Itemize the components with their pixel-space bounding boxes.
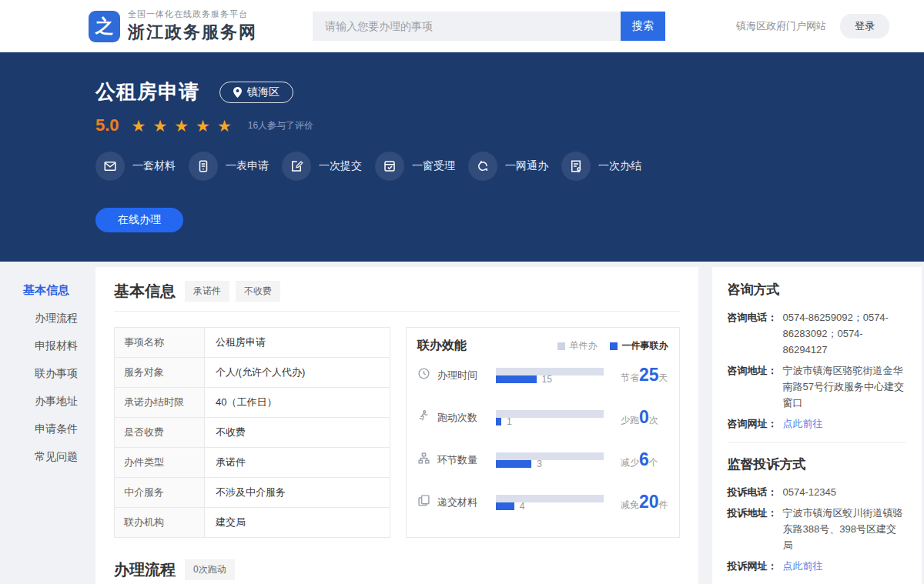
location-pin-icon xyxy=(233,87,242,98)
process-title: 办理流程 xyxy=(114,559,176,580)
bar-single xyxy=(496,410,604,418)
sitemap-icon xyxy=(417,452,431,468)
complaint-web-link[interactable]: 点此前往 xyxy=(783,558,906,574)
benefit-prefix: 少跑 xyxy=(621,415,639,425)
rating-participants: 16人参与了评价 xyxy=(248,119,313,132)
bar-single xyxy=(496,452,604,460)
chart-row-label: 环节数量 xyxy=(437,453,485,467)
top-header: 之 全国一体化在线政务服务平台 浙江政务服务网 搜索 镇海区政府门户网站 登录 xyxy=(0,0,924,52)
row-label: 投诉地址： xyxy=(728,505,783,553)
benefit-prefix: 节省 xyxy=(621,372,639,383)
free-badge: 不收费 xyxy=(236,281,280,302)
login-button[interactable]: 登录 xyxy=(840,14,889,38)
table-row: 承诺办结时限40（工作日） xyxy=(115,388,390,418)
network-icon xyxy=(468,152,497,181)
row-label: 事项名称 xyxy=(115,328,205,357)
contact-card: 咨询方式 咨询电话： 0574-86259092；0574-86283092；0… xyxy=(712,267,922,584)
sidebar-item-address[interactable]: 办事地址 xyxy=(0,394,95,408)
table-row: 中介服务不涉及中介服务 xyxy=(115,478,390,508)
feature-label: 一网通办 xyxy=(505,159,548,173)
benefit-value: 0 xyxy=(639,407,649,427)
basic-info-title: 基本信息 xyxy=(114,281,176,302)
consult-title: 咨询方式 xyxy=(728,281,906,299)
benefit-unit: 天 xyxy=(659,372,668,383)
row-label: 办件类型 xyxy=(115,448,205,477)
online-apply-button[interactable]: 在线办理 xyxy=(95,208,183,232)
bar-value: 15 xyxy=(542,375,552,383)
feature-label: 一表申请 xyxy=(226,159,269,173)
certificate-icon xyxy=(561,152,591,181)
site-logo-icon[interactable]: 之 xyxy=(89,11,120,42)
row-label: 咨询地址： xyxy=(728,362,783,411)
platform-subtitle: 全国一体化在线政务服务平台 xyxy=(128,8,257,20)
consult-address-row: 咨询地址： 宁波市镇海区骆驼街道金华南路57号行政服务中心建交窗口 xyxy=(728,362,906,411)
consult-phone-row: 咨询电话： 0574-86259092；0574-86283092；0574-8… xyxy=(728,309,906,358)
bar-joint xyxy=(496,418,501,425)
row-value: 40（工作日） xyxy=(205,388,390,417)
sidebar-item-basic-info[interactable]: 基本信息 xyxy=(0,283,95,297)
row-label: 咨询网址： xyxy=(728,415,783,432)
feature-label: 一次办结 xyxy=(598,159,641,173)
sidebar-item-joint-items[interactable]: 联办事项 xyxy=(0,366,95,380)
district-badge[interactable]: 镇海区 xyxy=(219,82,293,103)
table-row: 是否收费不收费 xyxy=(115,418,390,448)
portal-site-link[interactable]: 镇海区政府门户网站 xyxy=(736,19,826,33)
table-row: 事项名称公租房申请 xyxy=(115,328,390,358)
benefit-value: 25 xyxy=(639,365,659,385)
chart-row-trips: 跑动次数 1 少跑0次 xyxy=(417,396,668,439)
district-badge-label: 镇海区 xyxy=(247,85,280,99)
benefit-unit: 件 xyxy=(659,499,668,510)
sidebar-item-process[interactable]: 办理流程 xyxy=(0,311,95,325)
search-input[interactable] xyxy=(313,12,621,41)
benefit-unit: 个 xyxy=(649,457,658,468)
row-label: 投诉网址： xyxy=(728,558,783,574)
complaint-title: 监督投诉方式 xyxy=(728,456,906,473)
basic-info-card: 基本信息 承诺件 不收费 事项名称公租房申请 服务对象个人/(允许个人代办) 承… xyxy=(95,267,698,584)
row-label: 咨询电话： xyxy=(728,309,783,358)
feature-list: 一套材料 一表申请 一次提交 一窗受理 一网通办 xyxy=(95,152,924,181)
table-row: 服务对象个人/(允许个人代办) xyxy=(115,358,390,388)
legend-swatch-single xyxy=(557,342,565,350)
legend-label: 单件办 xyxy=(570,339,598,352)
basic-info-table: 事项名称公租房申请 服务对象个人/(允许个人代办) 承诺办结时限40（工作日） … xyxy=(114,327,390,538)
row-label: 联办机构 xyxy=(115,508,205,537)
row-label: 是否收费 xyxy=(115,418,205,447)
bar-value: 1 xyxy=(507,418,512,425)
search-bar: 搜索 xyxy=(313,12,665,41)
table-row: 办件类型承诺件 xyxy=(115,448,390,478)
row-value: 公租房申请 xyxy=(205,328,390,357)
section-nav: 基本信息 办理流程 申报材料 联办事项 办事地址 申请条件 常见问题 xyxy=(0,262,95,477)
consult-web-link[interactable]: 点此前往 xyxy=(783,415,906,432)
bar-value: 3 xyxy=(537,460,542,468)
consult-phone-value: 0574-86259092；0574-86283092；0574-8629412… xyxy=(783,309,906,358)
legend-swatch-joint xyxy=(610,342,618,350)
chart-row-time: 办理时间 15 节省25天 xyxy=(417,354,668,396)
row-label: 投诉电话： xyxy=(728,484,783,500)
feature-label: 一窗受理 xyxy=(412,159,455,173)
sidebar-item-faq[interactable]: 常见问题 xyxy=(0,449,95,463)
row-value: 建交局 xyxy=(205,508,390,537)
row-label: 中介服务 xyxy=(115,478,205,507)
rating-stars: ★★★★★ xyxy=(132,118,239,134)
feature-label: 一次提交 xyxy=(319,159,362,173)
row-value: 个人/(允许个人代办) xyxy=(205,358,390,387)
row-value: 不收费 xyxy=(205,418,390,447)
benefit-prefix: 减免 xyxy=(621,499,639,510)
bar-joint xyxy=(496,375,537,383)
chart-row-label: 跑动次数 xyxy=(437,411,485,425)
row-label: 服务对象 xyxy=(115,358,205,387)
feature-one-submit: 一次提交 xyxy=(282,152,362,181)
benefit-unit: 次 xyxy=(649,415,658,425)
efficiency-chart: 联办效能 单件办 一件事联办 办理时间 15 节省25天 跑动次数 xyxy=(406,327,680,538)
search-button[interactable]: 搜索 xyxy=(621,12,665,41)
envelope-icon xyxy=(95,152,125,181)
promise-badge: 承诺件 xyxy=(185,281,229,302)
feature-one-window: 一窗受理 xyxy=(375,152,455,181)
chart-title: 联办效能 xyxy=(417,338,467,354)
sidebar-item-materials[interactable]: 申报材料 xyxy=(0,339,95,352)
complaint-phone-value: 0574-12345 xyxy=(783,484,906,500)
feature-one-set-materials: 一套材料 xyxy=(95,152,176,181)
sidebar-item-conditions[interactable]: 申请条件 xyxy=(0,422,95,435)
chart-row-label: 办理时间 xyxy=(437,369,485,382)
window-check-icon xyxy=(375,152,404,181)
